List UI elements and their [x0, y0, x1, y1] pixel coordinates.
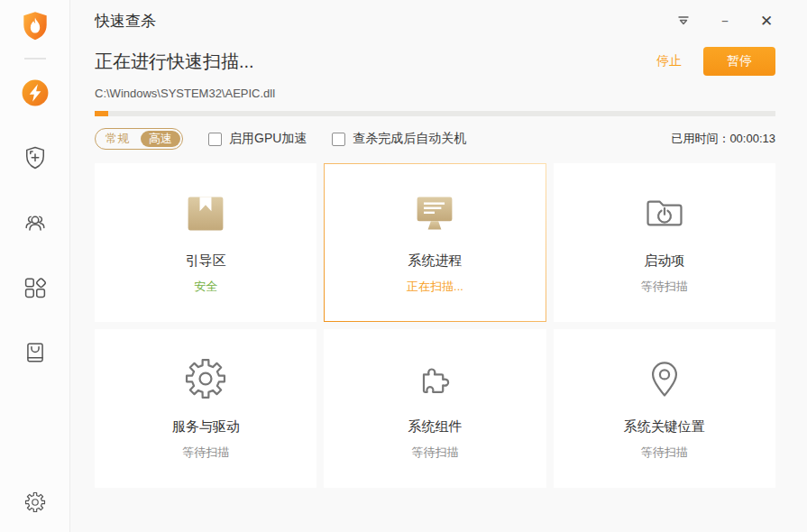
store-bag-icon	[22, 339, 49, 366]
lightning-scan-icon	[22, 79, 49, 106]
sidebar-item-quick-scan[interactable]	[20, 78, 50, 108]
page-title: 快速查杀	[95, 11, 156, 32]
tile-label: 启动项	[555, 252, 775, 270]
mode-option-fast[interactable]: 高速	[141, 131, 180, 147]
stop-button[interactable]: 停止	[656, 53, 682, 69]
tile-label: 引导区	[96, 252, 316, 270]
elapsed-time: 已用时间：00:00:13	[671, 131, 775, 147]
tile-status: 等待扫描	[96, 445, 316, 461]
sidebar-item-settings[interactable]	[20, 487, 50, 518]
sidebar-item-protection-center[interactable]	[20, 142, 50, 173]
titlebar: 快速查杀 – ✕	[95, 0, 775, 41]
main-menu-button[interactable]	[674, 12, 692, 30]
checkbox-box[interactable]	[332, 133, 345, 146]
scan-tile-startup-items: 启动项 等待扫描	[554, 163, 775, 322]
scan-options-row: 常规 高速 启用GPU加速 查杀完成后自动关机 已用时间：00:00:13	[95, 128, 775, 150]
services-gear-icon	[96, 357, 316, 400]
menu-triangle-icon	[676, 14, 691, 27]
gpu-acceleration-checkbox[interactable]: 启用GPU加速	[208, 131, 307, 147]
current-scan-path: C:\Windows\SYSTEM32\AEPIC.dll	[95, 87, 775, 100]
people-group-icon	[22, 209, 49, 236]
components-puzzle-icon	[325, 357, 545, 400]
main-panel: 快速查杀 – ✕ 正在进行快速扫描... 停止 暂停 C:\Windows\SY…	[70, 0, 807, 532]
tile-status: 安全	[96, 279, 316, 295]
key-locations-pin-icon	[555, 357, 775, 400]
sidebar-item-family-security[interactable]	[20, 207, 50, 238]
scan-tile-key-locations: 系统关键位置 等待扫描	[554, 329, 775, 488]
speed-mode-toggle[interactable]: 常规 高速	[95, 128, 183, 150]
scan-tiles-grid: 引导区 安全 系统进程 正在扫描...	[95, 163, 775, 488]
settings-gear-icon	[24, 491, 46, 513]
scan-tile-system-process: 系统进程 正在扫描...	[324, 163, 546, 322]
tile-status: 等待扫描	[555, 445, 775, 461]
scan-status-title: 正在进行快速扫描...	[95, 50, 254, 74]
shield-plus-icon	[22, 144, 49, 171]
mode-option-normal[interactable]: 常规	[96, 129, 139, 149]
tile-status: 正在扫描...	[325, 279, 545, 295]
sidebar	[0, 0, 70, 532]
sidebar-item-extensions[interactable]	[20, 272, 50, 303]
boot-sector-box-icon	[96, 191, 316, 234]
tile-status: 等待扫描	[555, 279, 775, 295]
tile-label: 系统关键位置	[555, 418, 775, 436]
grid-tools-icon	[22, 274, 49, 301]
sidebar-divider	[24, 58, 46, 60]
tile-label: 服务与驱动	[96, 418, 316, 436]
startup-folder-power-icon	[555, 191, 775, 234]
checkbox-box[interactable]	[208, 133, 222, 146]
scan-tile-boot-sector: 引导区 安全	[95, 163, 316, 322]
pause-button[interactable]: 暂停	[703, 47, 775, 76]
minimize-button[interactable]: –	[716, 12, 734, 30]
huorong-logo-icon	[22, 11, 49, 41]
progress-fill	[95, 111, 108, 116]
tile-status: 等待扫描	[325, 445, 545, 461]
auto-shutdown-checkbox[interactable]: 查杀完成后自动关机	[332, 131, 466, 147]
progress-bar	[95, 111, 775, 116]
scan-tile-services-drivers: 服务与驱动 等待扫描	[95, 329, 316, 488]
close-button[interactable]: ✕	[757, 12, 775, 30]
sidebar-item-security-store[interactable]	[20, 337, 50, 368]
tile-label: 系统进程	[325, 252, 545, 270]
tile-label: 系统组件	[325, 418, 545, 436]
scan-tile-system-components: 系统组件 等待扫描	[324, 329, 546, 488]
system-process-monitor-icon	[325, 191, 545, 234]
